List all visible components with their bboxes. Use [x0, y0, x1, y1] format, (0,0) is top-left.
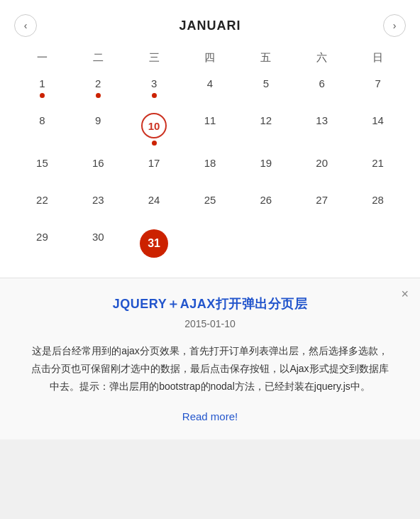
- day-circle: 13: [316, 113, 328, 128]
- next-month-button[interactable]: ›: [383, 14, 406, 37]
- day-number: 17: [148, 155, 160, 170]
- calendar-day-cell[interactable]: 25: [182, 188, 238, 225]
- calendar-day-cell[interactable]: 7: [350, 72, 406, 109]
- day-circle: 24: [148, 192, 160, 207]
- calendar-day-cell[interactable]: 23: [70, 188, 126, 225]
- prev-month-button[interactable]: ‹: [14, 14, 37, 37]
- calendar-day-cell[interactable]: 10: [126, 109, 182, 151]
- calendar-day-cell[interactable]: 19: [238, 151, 294, 188]
- day-number: 14: [372, 113, 384, 128]
- day-number: 1: [39, 76, 45, 91]
- weekday-label: 一: [14, 47, 70, 69]
- weekday-headers: 一二三四五六日: [14, 47, 406, 69]
- day-number: 16: [92, 155, 104, 170]
- day-circle: 20: [316, 155, 328, 170]
- day-circle: 5: [263, 76, 269, 91]
- calendar-day-cell[interactable]: 1: [14, 72, 70, 109]
- day-number: 30: [92, 229, 104, 244]
- calendar-day-cell[interactable]: 26: [238, 188, 294, 225]
- day-circle: 27: [316, 192, 328, 207]
- post-card: × JQUERY＋AJAX打开弹出分页层 2015-01-10 这是后台经常用到…: [0, 278, 420, 439]
- chevron-right-icon: ›: [393, 20, 397, 31]
- calendar-header: ‹ JANUARI ›: [14, 7, 406, 47]
- calendar-day-cell[interactable]: 29: [14, 225, 70, 263]
- day-circle: 11: [204, 113, 216, 128]
- day-number: 29: [36, 229, 48, 244]
- main-container: ‹ JANUARI › 一二三四五六日 12345678910111213141…: [0, 0, 420, 439]
- day-number: 21: [372, 155, 384, 170]
- day-circle: 7: [375, 76, 380, 91]
- calendar-day-cell[interactable]: 2: [70, 72, 126, 109]
- calendar-day-cell[interactable]: 20: [294, 151, 350, 188]
- post-title: JQUERY＋AJAX打开弹出分页层: [28, 295, 392, 312]
- calendar-day-cell[interactable]: 5: [238, 72, 294, 109]
- day-number: 8: [39, 113, 45, 128]
- event-dot: [40, 93, 45, 98]
- day-circle: 21: [372, 155, 384, 170]
- day-circle: 4: [207, 76, 213, 91]
- day-number: 6: [319, 76, 325, 91]
- day-circle: 22: [36, 192, 48, 207]
- day-number: 12: [260, 113, 272, 128]
- day-number: 26: [260, 192, 272, 207]
- calendar-day-cell[interactable]: 21: [350, 151, 406, 188]
- day-circle: 10: [141, 113, 167, 138]
- calendar-grid: 1234567891011121314151617181920212223242…: [14, 72, 406, 263]
- day-circle: 28: [372, 192, 384, 207]
- day-circle: 6: [319, 76, 325, 91]
- day-circle: 19: [260, 155, 272, 170]
- day-circle: 29: [36, 229, 48, 244]
- day-circle: 23: [92, 192, 104, 207]
- post-body: 这是后台经常用到的ajax分页效果，首先打开订单列表弹出层，然后选择多选款，点击…: [28, 342, 392, 396]
- day-circle: 14: [372, 113, 384, 128]
- day-circle: 12: [260, 113, 272, 128]
- day-number: 18: [204, 155, 216, 170]
- day-number: 20: [316, 155, 328, 170]
- calendar-day-cell[interactable]: 3: [126, 72, 182, 109]
- day-number: 7: [375, 76, 380, 91]
- day-number: 19: [260, 155, 272, 170]
- calendar-day-cell[interactable]: 24: [126, 188, 182, 225]
- weekday-label: 四: [182, 47, 238, 69]
- day-circle: 30: [92, 229, 104, 244]
- day-number: 28: [372, 192, 384, 207]
- event-dot: [152, 93, 157, 98]
- day-number: 3: [151, 76, 157, 91]
- day-number: 24: [148, 192, 160, 207]
- day-number: 22: [36, 192, 48, 207]
- calendar-day-cell[interactable]: 15: [14, 151, 70, 188]
- day-number: 11: [204, 113, 216, 128]
- event-dot: [152, 141, 157, 146]
- calendar-day-cell[interactable]: 27: [294, 188, 350, 225]
- calendar-day-cell[interactable]: 31: [126, 225, 182, 263]
- calendar-day-cell[interactable]: 4: [182, 72, 238, 109]
- day-number: 13: [316, 113, 328, 128]
- day-number: 9: [95, 113, 101, 128]
- event-dot: [96, 93, 101, 98]
- calendar-day-cell[interactable]: 17: [126, 151, 182, 188]
- day-circle: 9: [95, 113, 101, 128]
- day-circle: 3: [151, 76, 157, 91]
- calendar-day-cell[interactable]: 6: [294, 72, 350, 109]
- day-circle: 2: [95, 76, 101, 91]
- day-circle: 26: [260, 192, 272, 207]
- calendar-day-cell[interactable]: 18: [182, 151, 238, 188]
- calendar-day-cell[interactable]: 8: [14, 109, 70, 151]
- calendar-day-cell[interactable]: 30: [70, 225, 126, 263]
- read-more-link[interactable]: Read more!: [28, 410, 392, 422]
- weekday-label: 二: [70, 47, 126, 69]
- close-button[interactable]: ×: [401, 287, 409, 302]
- day-number: 31: [148, 236, 160, 251]
- day-number: 25: [204, 192, 216, 207]
- calendar-day-cell[interactable]: 22: [14, 188, 70, 225]
- calendar-day-cell[interactable]: 28: [350, 188, 406, 225]
- post-date: 2015-01-10: [28, 318, 392, 329]
- calendar-day-cell[interactable]: 9: [70, 109, 126, 151]
- calendar-day-cell[interactable]: 11: [182, 109, 238, 151]
- calendar-day-cell[interactable]: 16: [70, 151, 126, 188]
- weekday-label: 日: [350, 47, 406, 69]
- calendar-day-cell[interactable]: 13: [294, 109, 350, 151]
- calendar-title: JANUARI: [179, 18, 241, 33]
- calendar-day-cell[interactable]: 12: [238, 109, 294, 151]
- calendar-day-cell[interactable]: 14: [350, 109, 406, 151]
